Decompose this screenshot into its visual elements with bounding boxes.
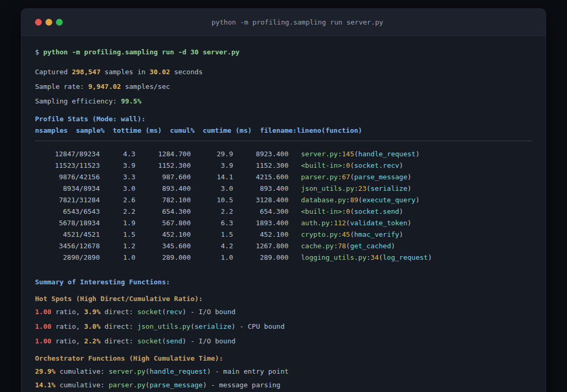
cumtime-cell: 893.400 [233, 183, 288, 194]
line-number: 0 [346, 162, 350, 169]
cumtime-cell: 1893.400 [233, 217, 288, 229]
titlebar[interactable]: python -m profiling.sampling run server.… [21, 9, 546, 36]
location-cell: <built-in>:0(socket.send) [301, 206, 403, 217]
punct-close: ) [182, 308, 187, 316]
punct-close: ) [428, 253, 432, 261]
punct-close: ) [399, 162, 403, 169]
cumtime-cell: 1267.800 [233, 240, 288, 252]
file-name: parser.py [301, 173, 338, 181]
rate-label: Sample rate: [35, 83, 88, 90]
location-cell: json_utils.py:23(serialize) [301, 183, 411, 194]
sample-pct-cell: 1.0 [100, 252, 135, 263]
function-name: send [166, 337, 182, 345]
terminal-output[interactable]: $ python -m profiling.sampling run -d 30… [21, 36, 546, 392]
punct-colon: : [346, 196, 350, 204]
hotspot-line: 1.00 ratio, 3.0% direct: json_utils.py(s… [35, 321, 532, 332]
punct-close: ) [408, 173, 412, 181]
line-number: 0 [346, 207, 350, 215]
punct-close: ) [399, 207, 403, 215]
file-name: database.py [301, 196, 346, 204]
samples-count: 298,547 [72, 68, 100, 76]
tottime-cell: 893.400 [135, 183, 191, 194]
orchestrator-note: - main entry point [211, 367, 289, 375]
table-row: 6543/6543 2.2 654.300 2.2 654.300 <built… [35, 206, 532, 217]
table-row: 2890/2890 1.0 289.000 1.0 289.000 loggin… [35, 252, 532, 263]
orchestrator-note: - message parsing [207, 381, 281, 389]
nsamples-cell: 7821/31284 [35, 194, 100, 206]
sample-pct-cell: 1.5 [100, 229, 135, 240]
file-name: <built-in> [301, 207, 342, 215]
nsamples-cell: 9876/42156 [35, 171, 100, 183]
punct-colon: : [354, 185, 358, 192]
cumtime-cell: 289.000 [233, 252, 288, 263]
efficiency-line: Sampling efficiency: 99.5% [35, 96, 532, 107]
function-name: serialize [194, 322, 231, 330]
orchestrator-line: 14.1% cumulative: parser.py(parse_messag… [35, 380, 532, 390]
nsamples-cell: 4521/4521 [35, 229, 100, 240]
captured-mid: samples in [100, 68, 149, 76]
punct-close: ) [391, 242, 395, 250]
sample-pct-cell: 3.9 [100, 160, 135, 171]
punct-close: ) [415, 150, 420, 158]
location-cell: crypto.py:45(hmac_verify) [301, 229, 403, 240]
cumulative-pct: 29.9% [35, 367, 55, 375]
function-name: handle_request [149, 367, 207, 375]
file-name: socket [137, 337, 162, 345]
ratio-value: 1.00 [35, 322, 51, 330]
function-name: get_cached [350, 242, 391, 250]
file-name: server.py [109, 367, 145, 375]
cumul-pct-cell: 10.5 [191, 194, 233, 206]
location-cell: logging_utils.py:34(log_request) [301, 252, 432, 263]
file-name: <built-in> [301, 162, 342, 169]
table-columns-header: nsamples sample% tottime (ms) cumul% cum… [35, 125, 532, 136]
cumul-pct-cell: 3.9 [191, 160, 233, 171]
ratio-label: ratio, [51, 308, 84, 316]
sample-pct-cell: 1.2 [100, 240, 135, 252]
sample-pct-cell: 4.3 [100, 148, 135, 160]
punct-close: ) [408, 185, 412, 192]
cumtime-cell: 8923.400 [233, 148, 288, 160]
direct-pct: 3.9% [84, 308, 100, 316]
cumtime-cell: 452.100 [233, 229, 288, 240]
table-row: 5678/18934 1.9 567.800 6.3 1893.400 auth… [35, 217, 532, 229]
zoom-button[interactable] [56, 19, 63, 26]
location-cell: server.py:145(handle_request) [301, 148, 420, 160]
sample-pct-cell: 1.9 [100, 217, 135, 229]
direct-label: direct: [100, 322, 137, 330]
file-name: cache.py [301, 242, 334, 250]
sample-pct-cell: 3.0 [100, 183, 135, 194]
sample-pct-cell: 2.6 [100, 194, 135, 206]
direct-pct: 3.0% [84, 322, 100, 330]
line-number: 112 [334, 219, 346, 227]
cumul-pct-cell: 1.0 [191, 252, 233, 263]
prompt-symbol: $ [35, 48, 43, 56]
minimize-button[interactable] [45, 19, 52, 26]
cumtime-cell: 654.300 [233, 206, 288, 217]
cumul-pct-cell: 3.0 [191, 183, 233, 194]
punct-colon: : [366, 253, 371, 261]
tottime-cell: 567.800 [135, 217, 191, 229]
ratio-value: 1.00 [35, 308, 51, 316]
punct-open: ( [162, 308, 166, 316]
location-cell: database.py:89(execute_query) [301, 194, 420, 206]
cumtime-cell: 1152.300 [233, 160, 288, 171]
captured-line: Captured 298,547 samples in 30.02 second… [35, 67, 532, 77]
punct-open: ( [366, 185, 371, 192]
punct-colon: : [342, 207, 346, 215]
hotspot-line: 1.00 ratio, 3.9% direct: socket(recv) - … [35, 307, 532, 317]
close-button[interactable] [35, 19, 42, 26]
divider [35, 141, 532, 141]
location-cell: cache.py:78(get_cached) [301, 240, 395, 252]
punct-open: ( [350, 230, 354, 238]
orchestrator-heading: Orchestrator Functions (High Cumulative … [35, 353, 532, 364]
file-name: json_utils.py [137, 322, 191, 330]
hotspot-note: - I/O bound [187, 337, 236, 345]
line-number: 23 [358, 185, 367, 192]
line-number: 67 [342, 173, 350, 181]
table-row: 3456/12678 1.2 345.600 4.2 1267.800 cach… [35, 240, 532, 252]
sample-pct-cell: 2.2 [100, 206, 135, 217]
nsamples-cell: 11523/11523 [35, 160, 100, 171]
rate-value: 9,947.02 [88, 83, 121, 90]
function-name: validate_token [350, 219, 408, 227]
line-number: 34 [371, 253, 379, 261]
